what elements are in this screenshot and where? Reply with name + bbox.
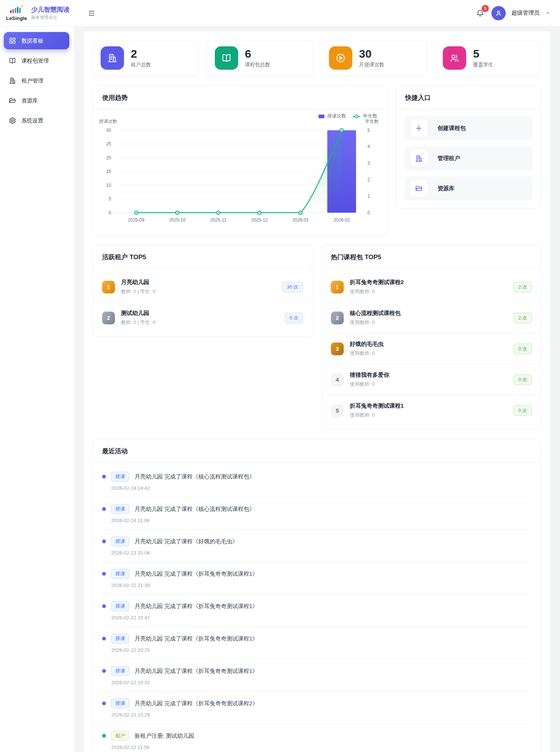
item-meta: 使用教师: 0 — [350, 288, 508, 295]
user-name[interactable]: 超级管理员 — [511, 9, 540, 17]
dashboard-icon — [9, 37, 16, 44]
book-icon — [9, 57, 16, 64]
count-badge: 0 次 — [514, 344, 532, 354]
activity-timestamp: 2026-02-22 20:25 — [111, 647, 532, 653]
bar-swatch-icon — [318, 115, 324, 118]
sidebar-collapse-button[interactable] — [85, 7, 98, 20]
recent-activity-card: 最近活动 授课 月亮幼儿园 完成了课程《核心流程测试课程包》 2026-02-2… — [93, 439, 541, 752]
building-icon — [9, 77, 16, 84]
activity-text: 月亮幼儿园 完成了课程《折耳兔奇奇测试课程2》 — [135, 700, 258, 707]
sidebar-item-label: 资源库 — [21, 97, 38, 104]
stat-card: 30 月授课次数 — [321, 40, 427, 76]
rank-badge: 4 — [331, 373, 344, 386]
quick-entry-list: 创建课程包 管理租户 资源库 — [396, 109, 541, 208]
svg-text:1: 1 — [367, 194, 370, 199]
recent-activity-title: 最近活动 — [93, 439, 541, 463]
activity-dot-icon — [102, 669, 106, 673]
quick-entry-folder[interactable]: 资源库 — [404, 176, 532, 200]
quick-entry-building[interactable]: 管理租户 — [404, 146, 532, 170]
sidebar-nav: 数据看板 课程包管理 租户管理 资源库 系统设置 — [0, 32, 74, 129]
activity-type-tag: 授课 — [111, 601, 129, 611]
list-item: 1 月亮幼儿园 教师: 0 | 学生: 0 30 次 — [93, 272, 312, 302]
stat-card: 5 覆盖学生 — [435, 40, 541, 76]
item-name: 折耳兔奇奇测试课程1 — [350, 402, 508, 410]
legend-item-line[interactable]: 学生数 — [353, 113, 377, 119]
recent-activity-list: 授课 月亮幼儿园 完成了课程《核心流程测试课程包》 2026-02-24 14:… — [93, 463, 541, 752]
count-badge: 0 次 — [285, 313, 303, 323]
usage-trend-card: 使用趋势 授课次数 学生数 — [93, 86, 387, 235]
svg-text:授课次数: 授课次数 — [99, 119, 117, 124]
stat-card: 6 课程包总数 — [207, 40, 313, 76]
notification-bell-icon[interactable]: 5 — [474, 8, 486, 19]
svg-text:5: 5 — [109, 196, 111, 202]
activity-item: 授课 月亮幼儿园 完成了课程《折耳兔奇奇测试课程1》 2026-02-22 20… — [102, 627, 532, 659]
usage-trend-title: 使用趋势 — [93, 86, 387, 109]
plus-icon — [410, 119, 428, 137]
sidebar-item-gear[interactable]: 系统设置 — [4, 112, 69, 129]
svg-text:15: 15 — [106, 169, 112, 174]
activity-text: 月亮幼儿园 完成了课程《核心流程测试课程包》 — [135, 506, 255, 513]
sidebar-item-book[interactable]: 课程包管理 — [4, 52, 69, 69]
hot-courses-title: 热门课程包 TOP5 — [322, 245, 541, 269]
svg-text:30: 30 — [106, 128, 112, 133]
activity-dot-icon — [102, 572, 106, 576]
legend-item-bar[interactable]: 授课次数 — [318, 113, 346, 119]
usage-trend-chart-area: 授课次数 学生数 0510152025300123452025-092025-1… — [93, 109, 387, 235]
activity-text: 月亮幼儿园 完成了课程《好饿的毛毛虫》 — [135, 538, 238, 545]
activity-dot-icon — [102, 637, 106, 640]
rank-badge: 1 — [102, 281, 115, 293]
activity-timestamp: 2026-02-22 11:56 — [111, 744, 532, 750]
quick-entry-label: 创建课程包 — [438, 125, 466, 132]
brand-logo: LeSingle 少儿智慧阅读 服务管理后台 — [0, 5, 75, 21]
svg-text:25: 25 — [106, 141, 112, 147]
stat-value: 30 — [359, 48, 385, 60]
item-meta: 使用教师: 0 — [350, 350, 508, 357]
svg-text:3: 3 — [367, 160, 370, 166]
activity-item: 租户 新租户注册: 测试幼儿园 2026-02-22 11:56 — [102, 724, 532, 752]
active-tenants-title: 活跃租户 TOP5 — [93, 245, 312, 269]
activity-item: 授课 月亮幼儿园 完成了课程《折耳兔奇奇测试课程1》 2026-02-22 20… — [102, 594, 532, 627]
svg-text:0: 0 — [367, 210, 370, 216]
svg-text:4: 4 — [367, 144, 370, 149]
activity-timestamp: 2026-02-22 19:32 — [111, 680, 532, 685]
quick-entry-label: 管理租户 — [438, 155, 460, 162]
activity-text: 月亮幼儿园 完成了课程《折耳兔奇奇测试课程1》 — [135, 570, 258, 578]
svg-text:2: 2 — [367, 177, 370, 182]
building-icon — [410, 150, 428, 167]
svg-text:2026-01: 2026-01 — [292, 217, 309, 223]
app-root: LeSingle 少儿智慧阅读 服务管理后台 5 — [0, 0, 560, 752]
item-name: 好饿的毛毛虫 — [350, 341, 508, 348]
item-meta: 使用教师: 0 — [350, 412, 508, 419]
item-meta: 使用教师: 0 — [350, 381, 508, 388]
svg-text:2026-02: 2026-02 — [334, 217, 350, 223]
svg-text:2025-12: 2025-12 — [251, 217, 268, 223]
count-badge: 0 次 — [514, 405, 532, 416]
activity-text: 月亮幼儿园 完成了课程《折耳兔奇奇测试课程1》 — [135, 635, 258, 642]
activity-type-tag: 授课 — [111, 504, 129, 514]
sidebar-item-folder[interactable]: 资源库 — [4, 92, 69, 109]
quick-entry-title: 快捷入口 — [396, 86, 541, 109]
activity-dot-icon — [102, 507, 106, 511]
count-badge: 2 次 — [514, 313, 532, 323]
chevron-down-icon[interactable] — [545, 11, 550, 15]
sidebar-item-label: 租户管理 — [21, 77, 43, 84]
quick-entry-plus[interactable]: 创建课程包 — [404, 116, 532, 140]
activity-text: 月亮幼儿园 完成了课程《折耳兔奇奇测试课程1》 — [135, 668, 258, 675]
stat-value: 5 — [473, 48, 493, 60]
sidebar-item-building[interactable]: 租户管理 — [4, 72, 69, 89]
activity-text: 新租户注册: 测试幼儿园 — [135, 732, 194, 740]
activity-timestamp: 2026-02-24 11:06 — [111, 518, 532, 523]
folder-icon — [410, 180, 428, 197]
activity-type-tag: 授课 — [111, 536, 129, 546]
user-avatar[interactable] — [491, 6, 506, 20]
building-icon — [101, 46, 124, 70]
brand-subtitle: 服务管理后台 — [31, 15, 70, 20]
play-icon — [329, 46, 352, 70]
activity-dot-icon — [102, 540, 106, 543]
activity-type-tag: 租户 — [111, 731, 129, 741]
quick-entry-label: 资源库 — [438, 185, 454, 192]
sidebar-item-dashboard[interactable]: 数据看板 — [4, 32, 69, 49]
item-name: 月亮幼儿园 — [121, 279, 276, 286]
active-tenants-card: 活跃租户 TOP5 1 月亮幼儿园 教师: 0 | 学生: 0 30 次 2 测… — [93, 245, 312, 336]
list-item: 2 测试幼儿园 教师: 0 | 学生: 0 0 次 — [93, 302, 312, 333]
